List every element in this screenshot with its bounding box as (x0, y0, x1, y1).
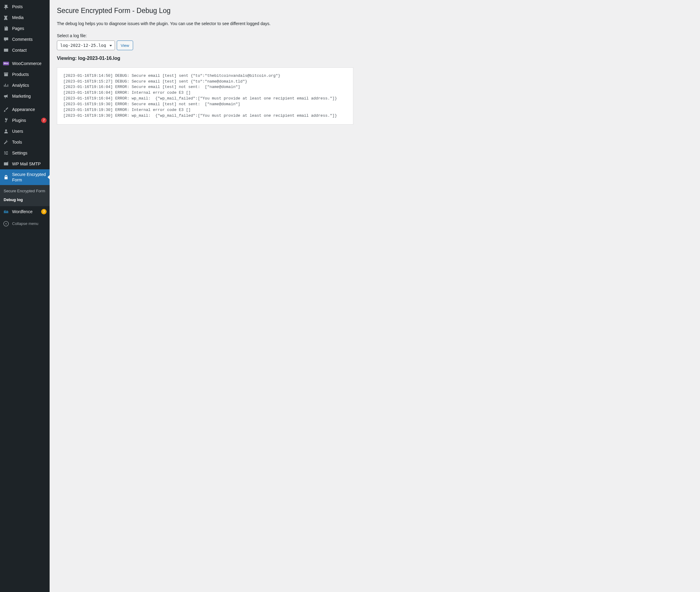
contact-icon (3, 47, 9, 53)
sidebar-item-tools[interactable]: Tools (0, 137, 50, 148)
log-output-text: [2023-01-16T19:14:50] DEBUG: Secure emai… (63, 73, 347, 119)
pin-icon (3, 4, 9, 10)
sidebar-item-label: Pages (12, 26, 47, 31)
sidebar-separator (0, 56, 50, 58)
chart-icon (3, 82, 9, 88)
collapse-menu-label: Collapse menu (12, 221, 38, 227)
log-selector-row: log-2022-12-25.log View (57, 41, 693, 50)
megaphone-icon (3, 93, 9, 99)
wrench-icon (3, 139, 9, 145)
sliders-icon (3, 150, 9, 156)
submenu-item-sef-main[interactable]: Secure Encrypted Form (0, 187, 50, 196)
pages-icon (3, 26, 9, 32)
woo-icon: Woo (3, 60, 9, 66)
log-file-select[interactable]: log-2022-12-25.log (57, 41, 115, 50)
sidebar-item-label: Posts (12, 4, 47, 9)
sidebar-item-analytics[interactable]: Analytics (0, 80, 50, 91)
sidebar-item-products[interactable]: Products (0, 69, 50, 80)
brush-icon (3, 106, 9, 112)
sidebar-item-posts[interactable]: Posts (0, 1, 50, 12)
viewing-heading: Viewing: log-2023-01-16.log (57, 55, 693, 62)
log-select-label: Select a log file: (57, 33, 693, 39)
sidebar-item-label: Appearance (12, 107, 47, 112)
sidebar-item-pages[interactable]: Pages (0, 23, 50, 34)
sidebar-item-label: Wordfence (12, 209, 37, 214)
sidebar-item-label: Users (12, 129, 47, 134)
sidebar-item-wordfence[interactable]: Wordfence3 (0, 206, 50, 217)
sidebar-item-settings[interactable]: Settings (0, 148, 50, 158)
wordfence-icon (3, 209, 9, 215)
sidebar-item-comments[interactable]: Comments (0, 34, 50, 45)
main-content: Secure Encrypted Form - Debug Log The de… (50, 0, 700, 592)
lock-icon (3, 174, 9, 180)
notification-badge: 3 (41, 209, 47, 214)
sidebar-item-label: Products (12, 72, 47, 77)
sidebar-item-label: Tools (12, 139, 47, 145)
sidebar-item-label: Contact (12, 47, 47, 53)
sidebar-item-label: WooCommerce (12, 61, 47, 66)
collapse-menu-button[interactable]: Collapse menu (0, 218, 50, 229)
sidebar-item-label: WP Mail SMTP (12, 161, 47, 166)
page-description: The debug log helps you to diagnose issu… (57, 21, 693, 27)
user-icon (3, 128, 9, 134)
sidebar-item-media[interactable]: Media (0, 12, 50, 23)
sidebar-item-label: Media (12, 15, 47, 20)
sidebar-item-label: Settings (12, 150, 47, 156)
sidebar-item-label: Analytics (12, 83, 47, 88)
sidebar-separator (0, 102, 50, 104)
sidebar-item-marketing[interactable]: Marketing (0, 91, 50, 102)
sidebar-item-appearance[interactable]: Appearance (0, 104, 50, 115)
media-icon (3, 14, 9, 20)
sidebar-submenu: Secure Encrypted FormDebug log (0, 185, 50, 206)
mail-icon (3, 161, 9, 167)
log-output-box: [2023-01-16T19:14:50] DEBUG: Secure emai… (57, 67, 353, 125)
collapse-icon (3, 221, 9, 227)
page-title: Secure Encrypted Form - Debug Log (57, 3, 693, 17)
submenu-item-sef-debug[interactable]: Debug log (0, 196, 50, 204)
comment-icon (3, 36, 9, 42)
view-button[interactable]: View (117, 41, 133, 50)
sidebar-item-label: Secure Encrypted Form (12, 172, 47, 183)
sidebar-item-contact[interactable]: Contact (0, 45, 50, 56)
archive-icon (3, 71, 9, 78)
plug-icon (3, 117, 9, 124)
notification-badge: 2 (41, 117, 47, 123)
sidebar-item-woocommerce[interactable]: WooWooCommerce (0, 58, 50, 69)
sidebar-item-label: Comments (12, 37, 47, 42)
sidebar-item-users[interactable]: Users (0, 126, 50, 137)
sidebar-item-label: Plugins (12, 117, 37, 123)
sidebar-item-label: Marketing (12, 93, 47, 99)
sidebar-item-plugins[interactable]: Plugins2 (0, 115, 50, 126)
sidebar-item-wpmailsmtp[interactable]: WP Mail SMTP (0, 158, 50, 169)
sidebar-item-secure-encrypted-form[interactable]: Secure Encrypted Form (0, 169, 50, 185)
admin-sidebar: PostsMediaPagesCommentsContactWooWooComm… (0, 0, 50, 592)
